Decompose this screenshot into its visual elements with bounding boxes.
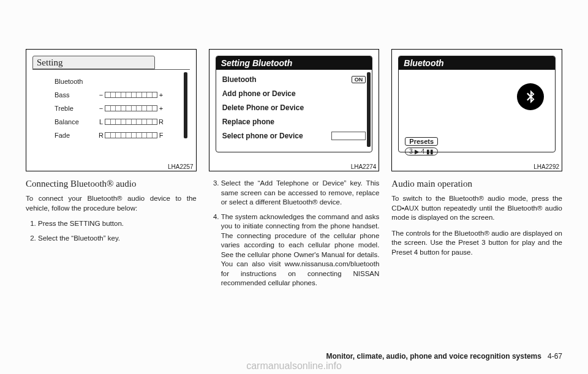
fig1-row-bass: Bass − + <box>55 88 185 102</box>
col3-heading: Audio main operation <box>391 179 562 189</box>
rear-label: R <box>97 132 105 139</box>
step-2: Select the “Bluetooth” key. <box>38 234 197 244</box>
fig1-row-balance: Balance L R <box>55 115 185 129</box>
plus-icon: + <box>157 105 165 112</box>
slider-icon <box>105 92 157 98</box>
fig1-body: Bluetooth Bass − + Treble − + <box>32 69 190 142</box>
watermark: carmanualsonline.info <box>0 361 588 372</box>
fig2-title: Setting Bluetooth <box>216 56 372 70</box>
figure-3-bluetooth: Bluetooth Presets 3 ▶ 4 ▮▮ LHA2292 <box>391 49 562 171</box>
on-badge: ON <box>352 76 366 83</box>
minus-icon: − <box>97 91 105 99</box>
step-1: Press the SETTING button. <box>38 219 197 229</box>
slider-icon <box>105 119 157 125</box>
fig2-label: Select phone or Device <box>222 132 303 140</box>
fig1-title: Setting <box>32 56 155 69</box>
figure-id: LHA2274 <box>351 163 377 170</box>
figure-id: LHA2292 <box>533 163 559 170</box>
fig3-screen: Bluetooth Presets 3 ▶ 4 ▮▮ <box>398 56 556 152</box>
footer-section: Monitor, climate, audio, phone and voice… <box>326 352 541 361</box>
presets-label: Presets <box>405 137 438 146</box>
fig2-row-bluetooth: Bluetooth ON <box>222 72 366 86</box>
preset-buttons: 3 ▶ 4 ▮▮ <box>405 148 437 155</box>
fig1-label: Bluetooth <box>55 78 97 85</box>
fig1-label: Bass <box>55 91 97 99</box>
step-4: The system acknowledges the command and … <box>221 212 380 288</box>
fig2-row-replace: Replace phone <box>222 114 366 129</box>
col2-steps: Select the “Add Telephone or Device” key… <box>209 179 380 293</box>
fig1-row-bluetooth: Bluetooth <box>55 75 185 88</box>
fig1-label: Balance <box>55 118 97 125</box>
figure-id: LHA2257 <box>168 163 194 170</box>
fig1-label: Treble <box>55 105 97 112</box>
fig2-row-select: Select phone or Device <box>222 129 366 143</box>
col1-heading: Connecting Bluetooth® audio <box>26 179 197 189</box>
fig3-presets: Presets 3 ▶ 4 ▮▮ <box>399 137 555 155</box>
fig2-label: Bluetooth <box>222 75 257 84</box>
fig2-label: Replace phone <box>222 118 274 126</box>
plus-icon: + <box>157 91 165 99</box>
left-label: L <box>97 118 105 125</box>
fig1-screen: Setting Bluetooth Bass − + Treble − <box>32 56 190 154</box>
minus-icon: − <box>97 105 105 112</box>
empty-field-icon <box>331 132 366 140</box>
fig2-body: Bluetooth ON Add phone or Device Delete … <box>216 70 372 145</box>
right-label: R <box>157 118 165 125</box>
slider-icon <box>105 105 157 111</box>
slider-icon <box>105 132 157 138</box>
fig2-label: Delete Phone or Device <box>222 103 304 112</box>
front-label: F <box>157 132 165 139</box>
fig3-title: Bluetooth <box>399 56 555 70</box>
col1-intro: To connect your Bluetooth® audio device … <box>26 194 197 213</box>
footer-page: 4-67 <box>548 352 562 361</box>
step-3: Select the “Add Telephone or Device” key… <box>221 179 380 208</box>
figure-2-setting-bluetooth: Setting Bluetooth Bluetooth ON Add phone… <box>209 49 380 171</box>
fig3-body <box>399 70 555 137</box>
fig2-label: Add phone or Device <box>222 89 296 98</box>
bluetooth-icon <box>517 83 544 110</box>
fig2-row-delete: Delete Phone or Device <box>222 100 366 114</box>
fig2-screen: Setting Bluetooth Bluetooth ON Add phone… <box>216 56 373 152</box>
col3-p2: The controls for the Bluetooth® audio ar… <box>391 229 562 258</box>
figure-1-setting: Setting Bluetooth Bass − + Treble − <box>26 49 197 171</box>
fig1-row-treble: Treble − + <box>55 102 185 115</box>
fig2-row-add: Add phone or Device <box>222 86 366 100</box>
fig1-row-fade: Fade R F <box>55 129 185 142</box>
col3-p1: To switch to the Bluetooth® audio mode, … <box>391 194 562 223</box>
page-footer: Monitor, climate, audio, phone and voice… <box>326 352 562 361</box>
col1-steps: Press the SETTING button. Select the “Bl… <box>26 219 197 248</box>
fig1-label: Fade <box>55 132 97 139</box>
scrollbar-icon <box>184 72 187 138</box>
